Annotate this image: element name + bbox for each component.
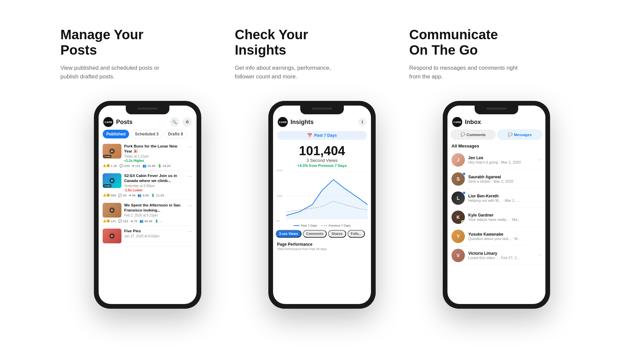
post-dots-2[interactable]: ··· [187, 173, 193, 179]
post-info-1: Pork Buns for the Lunar New Year 🎉 Today… [124, 144, 184, 163]
legend-label-previous: Previous 7 Days [329, 224, 351, 227]
page-perf-sub: Total Performance from Past 28 days [277, 247, 367, 251]
post-item-3: ▶ We Spent the Afternoon in San Fransisc… [99, 200, 197, 226]
msg-info-4: Kyle Gardner Your videos have really... … [468, 213, 541, 222]
post-stats-1: 👍😮 1.1K 💬 233 ➜ 121 👥 19.6K 💲 24.20 [103, 164, 193, 168]
chart-tabs: 3-sec Views Comments Shares Follo... [273, 229, 371, 239]
message-item-5[interactable]: Y Yusuke Kawanabe Question about your la… [447, 227, 545, 246]
chart-legend: Past 7 Days Previous 7 Days [273, 223, 371, 229]
post-stats-2: 👍😮 693 💬 33 ➜ 66 👥 9.6K 💲 11.33 [103, 193, 193, 197]
play-icon-3: ▶ [109, 207, 115, 213]
post-dots-4[interactable]: ··· [187, 229, 193, 234]
avatar-wrapper-1: J [451, 153, 465, 167]
metric-value: 101,404 [273, 144, 371, 157]
msg-info-3: Lior Ben-Kereth Helping out with M... · … [468, 194, 541, 202]
posts-title: Posts [116, 119, 170, 126]
msg-info-6: Victoria Limary Loved this video... · Fe… [468, 251, 535, 260]
feature-title-2: Check Your Insights [235, 27, 409, 58]
insights-title: Insights [290, 119, 358, 126]
post-title-3: We Spent the Afternoon in San Fransisco … [124, 203, 184, 213]
tab-messages[interactable]: 💬 Messages [497, 130, 542, 139]
post-dots-1[interactable]: ··· [187, 144, 193, 149]
stat-reactions-2: 👍😮 693 [103, 193, 116, 197]
page-perf-title: Page Performance [277, 242, 367, 247]
message-item-1[interactable]: J Jen Lee Hey how's it going · Mar 2, 20… [447, 150, 545, 170]
filter-icon[interactable]: ⚙ [182, 117, 192, 127]
big-metric: 101,404 3 Second Views +4.3% from Previo… [273, 141, 371, 169]
post-thumb-2: ▶ 3 min [103, 173, 121, 188]
chart-y-labels: 210K 105K 0K [276, 169, 283, 223]
legend-previous: Previous 7 Days [321, 224, 351, 227]
phone-screen-inbox: CARB Inbox 💬 Comments 💬 Messages [447, 106, 545, 304]
msg-name-5: Yusuke Kawanabe [468, 232, 541, 237]
stat-reach-1: 👥 19.6K [143, 164, 156, 168]
unread-indicator-3 [463, 191, 466, 194]
posts-header-icons: 🔍 ⚙ [170, 117, 192, 127]
message-item-6[interactable]: V Victoria Limary Loved this video... · … [447, 246, 545, 265]
page-wrapper: Manage Your Posts View published and sch… [0, 0, 644, 329]
feature-desc-1: View published and scheduled posts or pu… [60, 64, 174, 81]
msg-preview-3: Helping out with M... · Mar 2, 2020 [468, 198, 522, 202]
stat-comments-2: 💬 33 [118, 193, 126, 197]
msg-preview-4: Your videos have really... · Mar 1, 2020 [468, 218, 522, 222]
info-icon[interactable]: ℹ [358, 118, 366, 126]
stat-reactions-3: 👍😮 121 [103, 219, 116, 223]
legend-line-solid [293, 225, 300, 226]
message-item-3[interactable]: L Lior Ben-Kereth Helping out with M... … [447, 189, 545, 208]
post-perf-2: -1.6x Lower [124, 188, 184, 192]
avatar-placeholder-6: V [451, 249, 465, 262]
avatar-wrapper-5: Y [451, 230, 465, 243]
post-dots-3[interactable]: ··· [187, 203, 193, 208]
phone-posts: CARB Posts 🔍 ⚙ Published Scheduled 3 Dra… [94, 101, 201, 309]
chart-tab-3sec[interactable]: 3-sec Views [276, 230, 302, 238]
page-perf-section: Page Performance Total Performance from … [273, 239, 371, 252]
inbox-title: Inbox [465, 119, 541, 126]
y-label-bottom: 0K [276, 220, 283, 223]
msg-info-1: Jen Lee Hey how's it going · Mar 2, 2020 [468, 156, 535, 164]
play-icon-2: ▶ [109, 178, 115, 183]
phone-speaker-3 [486, 108, 506, 110]
stat-shares-2: ➜ 66 [128, 193, 136, 197]
chart-tab-shares[interactable]: Shares [328, 230, 346, 238]
msg-preview-5: Question about your last... · Mar 1, 202… [468, 237, 522, 241]
chart-tab-follo[interactable]: Follo... [347, 230, 365, 238]
phone-speaker-1 [138, 108, 158, 110]
post-thumb-1: ▶ 3 min [103, 144, 121, 159]
stat-earnings-2: 💲 11.33 [151, 193, 164, 197]
calendar-icon: 📅 [307, 133, 312, 138]
post-title-4: Five Pies [124, 229, 184, 234]
message-item-2[interactable]: S Saurabh Agarwal Sent a sticker · Mar 2… [447, 170, 545, 189]
play-icon-4: ▶ [109, 233, 115, 239]
search-icon[interactable]: 🔍 [170, 117, 179, 127]
tab-published[interactable]: Published [103, 130, 129, 138]
phone-notch-2 [300, 106, 344, 114]
metric-label: 3 Second Views [273, 158, 371, 163]
post-info-3: We Spent the Afternoon in San Fransisco … [124, 203, 184, 218]
post-item-2: ▶ 3 min S2:E4 Cabin Fever Join us in Can… [99, 171, 197, 200]
metric-change: +4.3% from Previous 7 Days [273, 164, 371, 168]
posts-tabs-row: Published Scheduled 3 Drafts 8 [99, 130, 197, 141]
post-info-4: Five Pies Jan 27, 2020 at 6:02pm [124, 229, 184, 239]
message-item-4[interactable]: K Kyle Gardner Your videos have really..… [447, 208, 545, 227]
stat-reach-3: 👥 40.4K [140, 219, 153, 223]
post-title-1: Pork Buns for the Lunar New Year 🎉 [124, 144, 184, 154]
feature-communicate: Communicate On The Go Respond to message… [409, 27, 584, 81]
avatar-1: J [451, 153, 465, 167]
period-selector[interactable]: 📅 Past 7 Days [277, 131, 367, 140]
msg-preview-2: Sent a sticker · Mar 2, 2020 [468, 179, 522, 183]
msg-name-4: Kyle Gardner [468, 213, 541, 218]
feature-desc-3: Respond to messages and comments right f… [409, 64, 523, 81]
phone-notch-3 [475, 106, 518, 114]
messages-label: Messages [514, 133, 532, 137]
tab-scheduled[interactable]: Scheduled 3 [131, 130, 162, 138]
stat-comments-1: 💬 233 [119, 164, 130, 168]
tab-drafts[interactable]: Drafts 8 [164, 130, 187, 138]
online-dot-4 [461, 220, 465, 224]
carb-logo-posts: CARB [103, 117, 113, 127]
avatar-wrapper-6: V [451, 249, 465, 262]
phone-insights: CARB Insights ℹ 📅 Past 7 Days 101,404 3 … [268, 101, 376, 309]
chart-tab-comments[interactable]: Comments [303, 230, 327, 238]
msg-info-5: Yusuke Kawanabe Question about your last… [468, 232, 541, 241]
phone-notch-1 [126, 106, 169, 114]
tab-comments[interactable]: 💬 Comments [451, 130, 495, 139]
